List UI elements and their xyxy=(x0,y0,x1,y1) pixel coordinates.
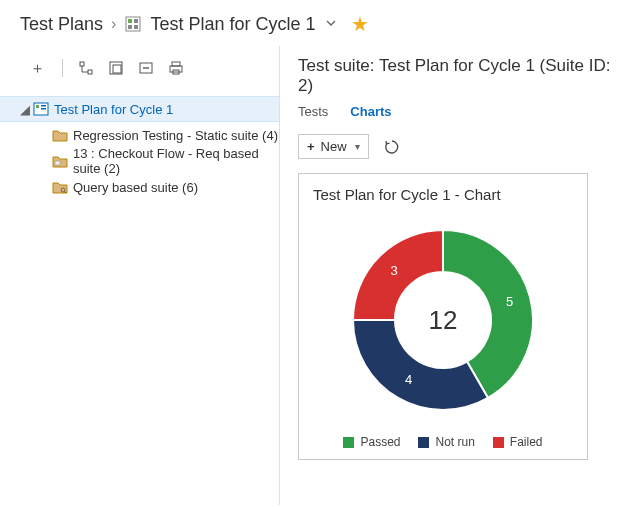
chevron-down-icon[interactable] xyxy=(325,17,337,32)
chart-actions: + New ▾ xyxy=(298,134,621,159)
chart-slice[interactable] xyxy=(353,320,488,410)
expand-tree-button[interactable] xyxy=(73,56,99,80)
legend-swatch xyxy=(418,437,429,448)
svg-rect-1 xyxy=(128,19,132,23)
tab-bar: Tests Charts xyxy=(298,104,621,124)
plan-icon xyxy=(124,15,142,33)
chevron-right-icon: › xyxy=(111,15,116,33)
svg-rect-13 xyxy=(172,62,180,66)
print-button[interactable] xyxy=(163,56,189,80)
svg-rect-5 xyxy=(80,62,84,66)
tab-tests[interactable]: Tests xyxy=(298,104,328,123)
favorite-star-icon[interactable]: ★ xyxy=(351,12,369,36)
tree-item-label: Query based suite (6) xyxy=(73,180,198,195)
slice-value: 5 xyxy=(506,294,513,309)
query-suite-icon xyxy=(52,180,68,194)
main-panel: Test suite: Test Plan for Cycle 1 (Suite… xyxy=(280,46,629,505)
legend-swatch xyxy=(343,437,354,448)
toolbar-separator xyxy=(62,59,63,77)
svg-rect-9 xyxy=(110,62,122,74)
tree-root-label: Test Plan for Cycle 1 xyxy=(54,102,173,117)
breadcrumb: Test Plans › Test Plan for Cycle 1 ★ xyxy=(0,0,629,46)
show-child-button[interactable] xyxy=(103,56,129,80)
tree-item-req[interactable]: 13 : Checkout Flow - Req based suite (2) xyxy=(0,148,279,174)
caret-down-icon: ▾ xyxy=(355,141,360,152)
suite-tree: ◢ Test Plan for Cycle 1 Regression Testi… xyxy=(0,96,279,200)
chart-card: Test Plan for Cycle 1 - Chart 543 12 Pas… xyxy=(298,173,588,460)
page-title[interactable]: Test Plan for Cycle 1 xyxy=(150,14,315,35)
static-suite-icon xyxy=(52,128,68,142)
slice-value: 3 xyxy=(391,263,398,278)
svg-rect-10 xyxy=(113,65,121,73)
tree-item-static[interactable]: Regression Testing - Static suite (4) xyxy=(0,122,279,148)
chart-legend: PassedNot runFailed xyxy=(313,435,573,449)
breadcrumb-root[interactable]: Test Plans xyxy=(20,14,103,35)
legend-swatch xyxy=(493,437,504,448)
tree-item-label: 13 : Checkout Flow - Req based suite (2) xyxy=(73,146,279,176)
slice-value: 4 xyxy=(405,372,412,387)
plan-icon xyxy=(33,102,49,116)
sidebar-toolbar: ＋ xyxy=(0,52,279,88)
caret-down-icon[interactable]: ◢ xyxy=(20,102,28,117)
collapse-button[interactable] xyxy=(133,56,159,80)
svg-rect-14 xyxy=(170,66,182,72)
legend-label: Not run xyxy=(435,435,474,449)
refresh-button[interactable] xyxy=(383,138,401,156)
new-chart-button[interactable]: + New ▾ xyxy=(298,134,369,159)
svg-rect-8 xyxy=(88,70,92,74)
new-suite-button[interactable]: ＋ xyxy=(26,56,52,80)
svg-rect-2 xyxy=(134,19,138,23)
chart-title: Test Plan for Cycle 1 - Chart xyxy=(313,186,573,203)
svg-rect-17 xyxy=(36,105,39,108)
svg-rect-3 xyxy=(128,25,132,29)
sidebar: ＋ ◢ Test Plan for Cycl xyxy=(0,46,280,505)
legend-label: Failed xyxy=(510,435,543,449)
legend-item: Not run xyxy=(418,435,474,449)
tree-item-label: Regression Testing - Static suite (4) xyxy=(73,128,278,143)
tree-root[interactable]: ◢ Test Plan for Cycle 1 xyxy=(0,96,279,122)
new-chart-label: New xyxy=(321,139,347,154)
svg-rect-4 xyxy=(134,25,138,29)
tab-charts[interactable]: Charts xyxy=(350,104,391,123)
suite-title: Test suite: Test Plan for Cycle 1 (Suite… xyxy=(298,56,621,96)
legend-item: Passed xyxy=(343,435,400,449)
svg-rect-20 xyxy=(55,161,60,165)
chart-total: 12 xyxy=(429,305,458,336)
legend-label: Passed xyxy=(360,435,400,449)
tree-item-query[interactable]: Query based suite (6) xyxy=(0,174,279,200)
plus-icon: + xyxy=(307,139,315,154)
donut-chart: 543 12 xyxy=(338,215,548,425)
legend-item: Failed xyxy=(493,435,543,449)
req-suite-icon xyxy=(52,154,68,168)
svg-rect-19 xyxy=(41,108,46,110)
svg-rect-18 xyxy=(41,105,46,107)
